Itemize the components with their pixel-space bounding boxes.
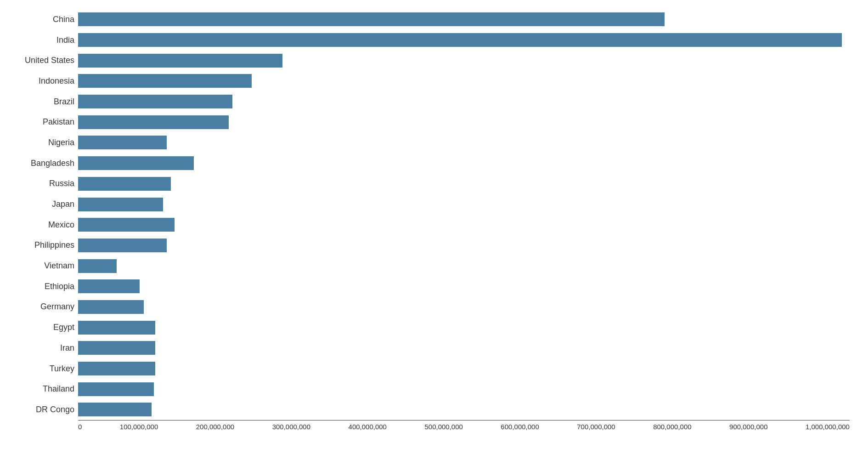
bar-row: Japan — [78, 196, 850, 213]
bar — [78, 54, 282, 68]
bar-row: Egypt — [78, 319, 850, 336]
bar-label: Brazil — [1, 97, 74, 107]
bar-label: United States — [1, 56, 74, 65]
bar — [78, 259, 117, 273]
bar-label: Turkey — [1, 364, 74, 374]
bar — [78, 156, 194, 170]
bar — [78, 362, 155, 375]
x-tick-label: 900,000,000 — [729, 423, 767, 431]
x-axis-labels: 0100,000,000200,000,000300,000,000400,00… — [78, 423, 850, 431]
bar-label: Vietnam — [1, 261, 74, 271]
bar-row: Bangladesh — [78, 154, 850, 172]
bar-row: Nigeria — [78, 134, 850, 151]
bar-label: Bangladesh — [1, 159, 74, 168]
bar-row: Brazil — [78, 93, 850, 110]
x-axis: 0100,000,000200,000,000300,000,000400,00… — [78, 420, 850, 438]
bar — [78, 279, 140, 293]
x-tick-label: 300,000,000 — [272, 423, 310, 431]
bar-label: Indonesia — [1, 76, 74, 86]
bar — [78, 136, 167, 149]
bar — [78, 321, 155, 335]
bar-row: DR Congo — [78, 401, 850, 418]
bar-label: Pakistan — [1, 117, 74, 127]
bar-label: Nigeria — [1, 138, 74, 148]
x-tick-label: 1,000,000,000 — [806, 423, 850, 431]
x-tick-label: 500,000,000 — [424, 423, 462, 431]
x-tick-label: 800,000,000 — [653, 423, 691, 431]
bar — [78, 95, 232, 108]
bars-area: ChinaIndiaUnited StatesIndonesiaBrazilPa… — [78, 9, 850, 420]
bar-row: China — [78, 11, 850, 28]
bar-row: United States — [78, 52, 850, 69]
x-tick-label: 200,000,000 — [196, 423, 234, 431]
bar — [78, 74, 252, 88]
x-tick-label: 0 — [78, 423, 82, 431]
bar-row: Ethiopia — [78, 278, 850, 295]
bar-label: Philippines — [1, 240, 74, 250]
bar — [78, 382, 154, 396]
bar — [78, 239, 167, 252]
chart-container: ChinaIndiaUnited StatesIndonesiaBrazilPa… — [0, 0, 868, 466]
bar-label: Egypt — [1, 323, 74, 332]
bar-row: Vietnam — [78, 257, 850, 275]
bar — [78, 300, 144, 314]
bar-row: India — [78, 31, 850, 49]
bar-row: Germany — [78, 298, 850, 316]
bar-label: India — [1, 35, 74, 45]
bar-label: Thailand — [1, 384, 74, 394]
x-tick-label: 700,000,000 — [577, 423, 615, 431]
bar — [78, 33, 842, 47]
bar-row: Pakistan — [78, 114, 850, 131]
bar — [78, 218, 175, 232]
bar-row: Mexico — [78, 216, 850, 233]
bar — [78, 115, 229, 129]
bar-label: Mexico — [1, 220, 74, 230]
bar-label: Germany — [1, 302, 74, 312]
bar-label: DR Congo — [1, 405, 74, 415]
x-tick-label: 400,000,000 — [349, 423, 387, 431]
bar — [78, 12, 665, 26]
bar-row: Philippines — [78, 237, 850, 254]
bar-row: Indonesia — [78, 72, 850, 90]
bar-row: Russia — [78, 175, 850, 193]
bar-label: Japan — [1, 199, 74, 209]
bar-row: Thailand — [78, 381, 850, 398]
bar-label: Russia — [1, 179, 74, 188]
bar — [78, 198, 163, 211]
x-tick-label: 600,000,000 — [501, 423, 539, 431]
bar — [78, 403, 152, 416]
bar-label: Iran — [1, 343, 74, 353]
bar — [78, 177, 171, 191]
x-tick-label: 100,000,000 — [120, 423, 158, 431]
bar-label: China — [1, 15, 74, 24]
bar-row: Turkey — [78, 360, 850, 377]
bar-row: Iran — [78, 339, 850, 357]
bar-label: Ethiopia — [1, 282, 74, 291]
bar — [78, 341, 155, 355]
